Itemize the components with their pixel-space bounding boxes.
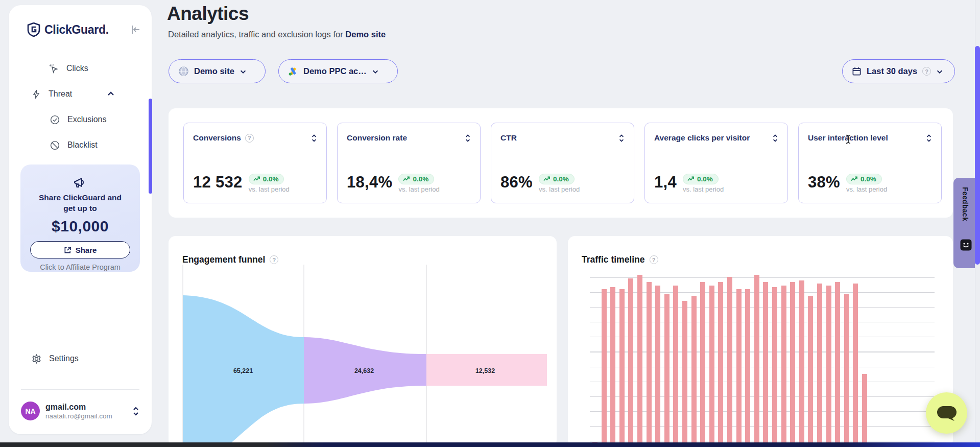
calendar-icon (852, 66, 862, 76)
affiliate-caption[interactable]: Click to Affiliate Program (20, 263, 140, 271)
sort-arrows-icon[interactable] (311, 134, 317, 143)
sidebar-item-label: Blacklist (67, 140, 98, 150)
share-button[interactable]: Share (30, 241, 130, 258)
ppc-account-value: Demo PPC ac… (303, 66, 367, 76)
chevron-down-icon (240, 68, 247, 75)
page-subtitle: Detailed analytics, traffic and exclusio… (168, 30, 386, 39)
lightning-icon (31, 89, 41, 100)
stat-label: Conversions (193, 133, 241, 143)
sidebar-scrollbar-thumb[interactable] (149, 99, 152, 194)
sidebar-item-label: Exclusions (67, 115, 106, 124)
traffic-bar (754, 275, 759, 447)
trending-up-icon (403, 176, 410, 182)
chevron-down-icon (372, 68, 379, 75)
traffic-bar (853, 284, 858, 447)
traffic-bar (700, 282, 705, 447)
brand-logo[interactable]: ClickGuard. (27, 22, 109, 37)
sidebar-item-threat[interactable]: Threat (31, 84, 139, 104)
globe-icon (178, 66, 189, 77)
trending-up-icon (851, 176, 858, 182)
stat-card-ctr: CTR 86% 0.0% vs. last period (491, 123, 634, 203)
traffic-bar (862, 374, 867, 447)
external-link-icon (64, 246, 71, 254)
account-switcher[interactable]: NA gmail.com naatali.ro@gmail.com (21, 402, 139, 420)
site-selector[interactable]: Demo site (169, 59, 266, 83)
traffic-bar (808, 296, 813, 447)
date-range-selector[interactable]: Last 30 days ? (842, 59, 955, 83)
sidebar-item-label: Threat (49, 89, 72, 99)
sort-arrows-icon[interactable] (772, 134, 778, 143)
sort-arrows-icon (132, 406, 139, 416)
trend-badge: 0.0% (846, 174, 882, 184)
traffic-bar (682, 301, 687, 447)
share-text-line1: Share ClickGuard and (20, 192, 140, 203)
traffic-bar (628, 278, 633, 447)
stat-label: Conversion rate (347, 133, 407, 143)
trend-badge: 0.0% (398, 174, 434, 184)
date-range-value: Last 30 days (867, 66, 917, 76)
badge-check-icon (50, 114, 60, 125)
trend-value: 0.0% (553, 175, 569, 183)
engagement-funnel-card: Engagement funnel ? 65,221 24,632 12,532 (169, 236, 557, 447)
chevron-up-icon[interactable] (107, 90, 115, 98)
sort-arrows-icon[interactable] (926, 134, 932, 143)
traffic-bar (637, 275, 642, 447)
window-bottom-edge (0, 442, 980, 447)
subtitle-site-name: Demo site (345, 30, 386, 39)
affiliate-share-card[interactable]: Share ClickGuard and get up to $10,000 S… (20, 164, 140, 272)
traffic-bar (610, 287, 615, 447)
trend-value: 0.0% (263, 175, 279, 183)
traffic-bar (736, 289, 742, 447)
chat-bubble-icon (936, 404, 958, 422)
share-text-line2: get up to (20, 203, 140, 214)
feedback-smiley-icon (960, 239, 972, 251)
sort-arrows-icon[interactable] (618, 134, 625, 143)
text-cursor (845, 134, 851, 144)
sidebar-item-exclusions[interactable]: Exclusions (50, 109, 106, 130)
trending-up-icon (687, 176, 695, 182)
account-email: naatali.ro@gmail.com (45, 412, 132, 420)
traffic-bar (718, 282, 723, 447)
sidebar: ClickGuard. Clicks Threat Exclusions Bla… (9, 5, 152, 434)
stat-label: Average clicks per visitor (654, 133, 750, 143)
page-scrollbar-thumb[interactable] (975, 46, 980, 265)
trend-value: 0.0% (697, 175, 713, 183)
gear-icon (31, 354, 42, 364)
prohibit-icon (50, 140, 60, 151)
sidebar-item-settings[interactable]: Settings (31, 348, 79, 369)
sidebar-item-clicks[interactable]: Clicks (49, 58, 88, 79)
traffic-bar (602, 289, 607, 447)
ppc-account-selector[interactable]: Demo PPC ac… (278, 59, 398, 83)
stat-card-conversion-rate: Conversion rate 18,4% 0.0% vs. last peri… (337, 123, 481, 203)
help-icon[interactable]: ? (245, 134, 254, 143)
sidebar-item-blacklist[interactable]: Blacklist (50, 135, 98, 155)
stat-label: CTR (500, 133, 517, 143)
click-cursor-icon (49, 63, 59, 74)
trend-value: 0.0% (861, 175, 876, 183)
feedback-label: Feedback (961, 187, 969, 221)
stat-card-avg-clicks: Average clicks per visitor 1,4 0.0% vs. … (644, 123, 788, 203)
avatar: NA (21, 402, 40, 420)
chat-widget-button[interactable] (926, 392, 967, 434)
funnel-value-label: 65,221 (233, 367, 253, 374)
traffic-bar (619, 289, 625, 447)
megaphone-icon (73, 176, 88, 190)
share-button-label: Share (76, 246, 97, 254)
share-amount: $10,000 (20, 218, 140, 235)
traffic-bar (709, 286, 714, 447)
traffic-timeline-chart (568, 236, 953, 447)
traffic-bar (835, 282, 840, 447)
sort-arrows-icon[interactable] (465, 134, 471, 143)
traffic-bar (664, 294, 670, 447)
date-range-help-icon[interactable]: ? (922, 67, 931, 76)
trend-caption: vs. last period (398, 185, 439, 193)
traffic-bar (844, 294, 849, 447)
subtitle-text: Detailed analytics, traffic and exclusio… (168, 30, 345, 39)
brand-name: ClickGuard. (44, 23, 109, 37)
trend-caption: vs. last period (683, 185, 724, 193)
stat-value: 38% (808, 173, 840, 192)
sidebar-collapse-icon[interactable] (129, 23, 141, 36)
trending-up-icon (543, 176, 551, 182)
engagement-funnel-chart: 65,221 24,632 12,532 (169, 236, 557, 447)
stat-card-conversions: Conversions ? 12 532 0.0% vs. last perio… (183, 123, 327, 203)
